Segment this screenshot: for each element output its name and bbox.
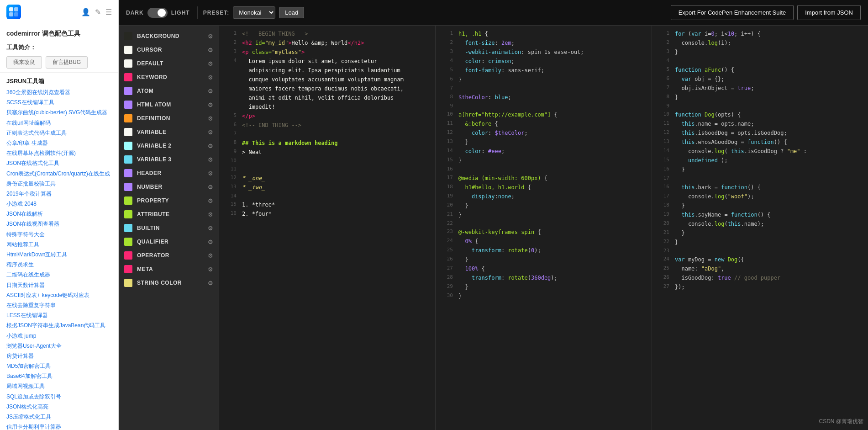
color-item[interactable]: QUALIFIER⚙ <box>119 235 219 249</box>
sidebar-link[interactable]: 程序员求生 <box>6 260 112 269</box>
sidebar-link[interactable]: 正则表达式代码生成工具 <box>6 129 112 138</box>
color-item[interactable]: META⚙ <box>119 262 219 276</box>
theme-toggle-switch[interactable] <box>147 8 168 18</box>
sidebar-link[interactable]: SCSS在线编译工具 <box>6 98 112 107</box>
color-gear-icon[interactable]: ⚙ <box>208 211 213 218</box>
sidebar-link[interactable]: 日期天数计算器 <box>6 281 112 290</box>
color-item[interactable]: OPERATOR⚙ <box>119 249 219 262</box>
export-button[interactable]: Export For CodePen Enhancement Suite <box>671 5 794 20</box>
color-item[interactable]: HEADER⚙ <box>119 166 219 180</box>
preset-area: PRESET: Monokai Default Solarized Dracul… <box>197 6 310 19</box>
sidebar-header: 👤 ✎ ☰ <box>0 0 118 24</box>
color-item[interactable]: ATTRIBUTE⚙ <box>119 207 219 221</box>
color-gear-icon[interactable]: ⚙ <box>208 225 213 232</box>
color-gear-icon[interactable]: ⚙ <box>208 60 213 67</box>
color-swatch <box>124 210 132 218</box>
color-name: DEFINITION <box>137 115 203 122</box>
sidebar-link[interactable]: 360全景图在线浏览查看器 <box>6 88 112 97</box>
color-gear-icon[interactable]: ⚙ <box>208 88 213 95</box>
color-item[interactable]: PROPERTY⚙ <box>119 194 219 207</box>
color-gear-icon[interactable]: ⚙ <box>208 47 213 53</box>
sidebar-link[interactable]: 贝塞尔曲线(cubic-bezier) SVG代码生成器 <box>6 108 112 117</box>
sidebar-link[interactable]: JSON在线解析 <box>6 210 112 218</box>
sidebar-link[interactable]: Base64加解密工具 <box>6 372 112 381</box>
color-name: NUMBER <box>137 184 203 190</box>
content-area: BACKGROUND⚙CURSOR⚙DEFAULT⚙KEYWORD⚙ATOM⚙H… <box>119 26 868 430</box>
sidebar-link[interactable]: 网站推荐工具 <box>6 240 112 249</box>
color-swatch <box>124 114 132 122</box>
import-button[interactable]: Import from JSON <box>797 5 861 20</box>
color-swatch <box>124 169 132 177</box>
feedback-button[interactable]: 留言提BUG <box>46 56 88 69</box>
svg-rect-3 <box>14 12 18 16</box>
color-gear-icon[interactable]: ⚙ <box>208 197 213 204</box>
sidebar-link[interactable]: 小游戏 2048 <box>6 200 112 208</box>
color-item[interactable]: ATOM⚙ <box>119 84 219 98</box>
color-name: STRING COLOR <box>137 280 203 286</box>
color-gear-icon[interactable]: ⚙ <box>208 156 213 163</box>
improve-button[interactable]: 我来改良 <box>6 56 42 69</box>
sidebar-link[interactable]: 公章/印章 生成器 <box>6 139 112 148</box>
load-button[interactable]: Load <box>279 7 304 18</box>
sidebar-link[interactable]: 局域网视频工具 <box>6 382 112 391</box>
color-item[interactable]: DEFINITION⚙ <box>119 111 219 125</box>
sidebar-link[interactable]: 房贷计算器 <box>6 352 112 361</box>
sidebar-link[interactable]: JSON在线视图查看器 <box>6 220 112 228</box>
svg-rect-0 <box>9 7 13 11</box>
sidebar-link[interactable]: JSON格式化高亮 <box>6 403 112 411</box>
sidebar-link[interactable]: 在线url网址编解码 <box>6 119 112 127</box>
color-item[interactable]: NUMBER⚙ <box>119 180 219 194</box>
menu-icon[interactable]: ☰ <box>105 8 112 16</box>
color-gear-icon[interactable]: ⚙ <box>208 252 213 259</box>
sidebar-link[interactable]: Cron表达式(Crontab/Cron/quartz)在线生成 <box>6 170 112 178</box>
color-item[interactable]: VARIABLE 2⚙ <box>119 139 219 153</box>
sidebar-link[interactable]: MD5加密解密工具 <box>6 362 112 371</box>
edit-icon[interactable]: ✎ <box>95 8 101 16</box>
color-item[interactable]: VARIABLE⚙ <box>119 125 219 139</box>
color-gear-icon[interactable]: ⚙ <box>208 33 213 40</box>
color-gear-icon[interactable]: ⚙ <box>208 280 213 287</box>
color-item[interactable]: HTML ATOM⚙ <box>119 98 219 111</box>
sidebar-link[interactable]: Html/MarkDown互转工具 <box>6 250 112 259</box>
sidebar-link[interactable]: 在线屏幕坏点检测软件(开源) <box>6 149 112 158</box>
color-gear-icon[interactable]: ⚙ <box>208 129 213 136</box>
color-gear-icon[interactable]: ⚙ <box>208 74 213 81</box>
color-gear-icon[interactable]: ⚙ <box>208 143 213 149</box>
sidebar-title: codemirror 调色配色工具 <box>0 24 118 40</box>
color-gear-icon[interactable]: ⚙ <box>208 184 213 191</box>
color-gear-icon[interactable]: ⚙ <box>208 239 213 245</box>
color-gear-icon[interactable]: ⚙ <box>208 266 213 273</box>
color-gear-icon[interactable]: ⚙ <box>208 115 213 122</box>
sidebar-link[interactable]: 身份证批量校验工具 <box>6 180 112 188</box>
color-item[interactable]: STRING COLOR⚙ <box>119 276 219 290</box>
sidebar-link[interactable]: 小游戏 jump <box>6 332 112 340</box>
color-gear-icon[interactable]: ⚙ <box>208 101 213 108</box>
sidebar-link[interactable]: 2019年个税计算器 <box>6 190 112 198</box>
color-name: PROPERTY <box>137 197 203 204</box>
color-swatch <box>124 196 132 205</box>
color-item[interactable]: CURSOR⚙ <box>119 43 219 57</box>
color-item[interactable]: VARIABLE 3⚙ <box>119 153 219 166</box>
color-swatch <box>124 224 132 232</box>
sidebar-link[interactable]: 信用卡分期利率计算器 <box>6 423 112 430</box>
color-item[interactable]: BACKGROUND⚙ <box>119 29 219 43</box>
color-swatch <box>124 87 132 95</box>
preset-select[interactable]: Monokai Default Solarized Dracula Materi… <box>233 6 275 19</box>
color-gear-icon[interactable]: ⚙ <box>208 170 213 177</box>
sidebar-link[interactable]: 二维码在线生成器 <box>6 271 112 279</box>
sidebar-link[interactable]: SQL追加或去除双引号 <box>6 393 112 401</box>
sidebar-link[interactable]: LESS在线编译器 <box>6 311 112 320</box>
toggle-knob <box>158 9 166 17</box>
color-item[interactable]: KEYWORD⚙ <box>119 70 219 84</box>
sidebar-link[interactable]: 根据JSON字符串生成JavaBean代码工具 <box>6 321 112 330</box>
light-label: LIGHT <box>171 10 190 16</box>
sidebar-link[interactable]: ASCII对应表+ keycode键码对应表 <box>6 291 112 300</box>
user-icon[interactable]: 👤 <box>81 8 90 16</box>
color-item[interactable]: BUILTIN⚙ <box>119 221 219 235</box>
sidebar-link[interactable]: JSON在线格式化工具 <box>6 159 112 168</box>
sidebar-link[interactable]: 浏览器User-Agent大全 <box>6 342 112 350</box>
color-item[interactable]: DEFAULT⚙ <box>119 57 219 70</box>
sidebar-link[interactable]: JS压缩格式化工具 <box>6 413 112 421</box>
sidebar-link[interactable]: 特殊字符号大全 <box>6 230 112 239</box>
sidebar-link[interactable]: 在线去除重复字符串 <box>6 301 112 310</box>
